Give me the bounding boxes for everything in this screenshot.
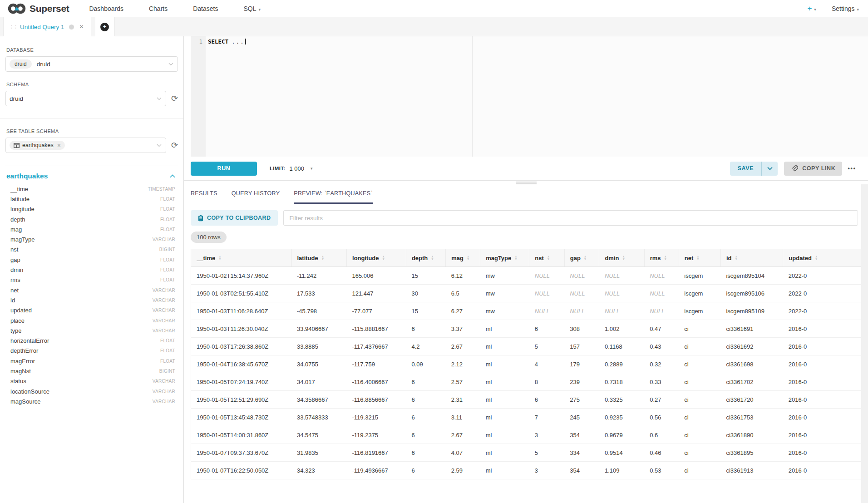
nav-dashboards[interactable]: Dashboards <box>89 5 123 12</box>
column-type: VARCHAR <box>153 288 175 293</box>
copy-to-clipboard-button[interactable]: COPY TO CLIPBOARD <box>191 210 278 226</box>
sort-icon[interactable]: ▲▼ <box>218 255 221 261</box>
cell: NULL <box>529 285 564 302</box>
table-panel-title[interactable]: earthquakes <box>6 172 48 180</box>
column-header-rms[interactable]: rms▲▼ <box>644 249 679 267</box>
sort-icon[interactable]: ▲▼ <box>514 255 517 261</box>
column-header-latitude[interactable]: latitude▲▼ <box>291 249 347 267</box>
sort-icon[interactable]: ▲▼ <box>431 255 434 261</box>
sort-icon[interactable]: ▲▼ <box>696 255 699 261</box>
cell: 0.33 <box>644 373 679 391</box>
refresh-tables-icon[interactable]: ⟳ <box>171 141 178 149</box>
new-item-button[interactable]: +▾ <box>807 4 816 13</box>
save-options-button[interactable] <box>761 162 778 176</box>
column-type: FLOAT <box>160 277 175 282</box>
vertical-scrollbar[interactable] <box>861 184 868 503</box>
sql-code-editor[interactable]: 1 SELECT... <box>191 36 868 157</box>
cell: 2022-0 <box>783 267 868 285</box>
sort-icon[interactable]: ▲▼ <box>664 255 667 261</box>
chevron-down-icon <box>157 97 162 100</box>
cell: ci3361692 <box>720 338 783 355</box>
schema-select[interactable]: druid <box>5 91 166 106</box>
cell: iscgem895106 <box>720 285 783 302</box>
more-options-button[interactable]: ••• <box>848 165 856 172</box>
column-type: VARCHAR <box>153 318 175 323</box>
cell: 2016-0 <box>783 444 868 462</box>
cell: 2016-0 <box>783 462 868 479</box>
nav-charts[interactable]: Charts <box>149 5 168 12</box>
settings-menu[interactable]: Settings▾ <box>832 5 859 12</box>
column-header-updated[interactable]: updated▲▼ <box>783 249 868 267</box>
cell: 0.9679 <box>599 426 644 444</box>
cell: ci <box>679 462 720 479</box>
table-select[interactable]: earthquakes ✕ <box>5 138 166 153</box>
column-header-depth[interactable]: depth▲▼ <box>406 249 445 267</box>
results-tab-0[interactable]: RESULTS <box>191 184 217 204</box>
cell: 2.67 <box>446 338 480 355</box>
sort-icon[interactable]: ▲▼ <box>584 255 587 261</box>
tab-untitled-query[interactable]: ⋮⋮ Untitled Query 1 ✕ <box>3 17 91 36</box>
column-type: VARCHAR <box>153 389 175 394</box>
column-header-gap[interactable]: gap▲▼ <box>564 249 599 267</box>
add-tab-button[interactable]: + <box>100 23 109 31</box>
table-grid-icon <box>14 143 20 148</box>
nav-sql[interactable]: SQL▾ <box>243 5 261 12</box>
sort-icon[interactable]: ▲▼ <box>321 255 324 261</box>
cell: 33.9406667 <box>291 320 347 338</box>
save-button[interactable]: SAVE <box>730 162 762 176</box>
column-header-net[interactable]: net▲▼ <box>679 249 720 267</box>
query-status-dot <box>69 25 74 30</box>
cell: 1950-01-03T02:51:55.410Z <box>191 285 292 302</box>
cell: 0.9514 <box>599 444 644 462</box>
column-type: VARCHAR <box>153 379 175 384</box>
filter-results-input[interactable] <box>283 210 858 226</box>
cell: NULL <box>564 267 599 285</box>
close-tab-icon[interactable]: ✕ <box>79 24 84 30</box>
column-header-id[interactable]: id▲▼ <box>720 249 783 267</box>
column-header-__time[interactable]: __time▲▼ <box>191 249 292 267</box>
column-header-mag[interactable]: mag▲▼ <box>446 249 480 267</box>
results-header-row: __time▲▼latitude▲▼longitude▲▼depth▲▼mag▲… <box>191 249 868 267</box>
run-button[interactable]: RUN <box>191 162 257 176</box>
collapse-panel-icon[interactable] <box>170 174 175 178</box>
refresh-schema-icon[interactable]: ⟳ <box>171 94 178 103</box>
sort-icon[interactable]: ▲▼ <box>547 255 550 261</box>
column-header-dmin[interactable]: dmin▲▼ <box>599 249 644 267</box>
cell: 3 <box>529 462 564 479</box>
pane-splitter[interactable] <box>184 180 868 184</box>
database-select[interactable]: druid druid <box>5 56 178 72</box>
cell: iscgem <box>679 302 720 320</box>
sort-icon[interactable]: ▲▼ <box>735 255 737 261</box>
header-label: dmin <box>605 255 619 261</box>
caret-down-icon: ▾ <box>814 7 816 12</box>
column-header-magType[interactable]: magType▲▼ <box>480 249 529 267</box>
limit-dropdown[interactable]: LIMIT: 1 000 ▾ <box>270 165 312 172</box>
sort-icon[interactable]: ▲▼ <box>622 255 625 261</box>
cell: 0.9235 <box>599 409 644 426</box>
schema-column-row: __timeTIMESTAMP <box>5 184 178 194</box>
copy-link-button[interactable]: COPY LINK <box>784 162 842 176</box>
editor-code-line[interactable]: SELECT... <box>206 36 246 157</box>
sort-icon[interactable]: ▲▼ <box>382 255 385 261</box>
cell: 34.017 <box>291 373 347 391</box>
schema-column-row: netVARCHAR <box>5 285 178 295</box>
column-type: FLOAT <box>160 267 175 272</box>
cell: iscgem <box>679 285 720 302</box>
cell: 239 <box>564 373 599 391</box>
column-header-longitude[interactable]: longitude▲▼ <box>347 249 406 267</box>
drag-handle-icon[interactable]: ⋮⋮ <box>9 24 17 30</box>
cell: NULL <box>599 285 644 302</box>
cell: 33.8885 <box>291 338 347 355</box>
results-tab-1[interactable]: QUERY HISTORY <box>232 184 280 204</box>
cell: NULL <box>564 302 599 320</box>
sort-icon[interactable]: ▲▼ <box>815 255 818 261</box>
cell: 165.006 <box>347 267 406 285</box>
cell: ml <box>480 444 529 462</box>
nav-datasets[interactable]: Datasets <box>193 5 218 12</box>
column-type: BIGINT <box>159 369 175 374</box>
sort-icon[interactable]: ▲▼ <box>467 255 469 261</box>
remove-table-icon[interactable]: ✕ <box>57 143 61 148</box>
superset-brand[interactable]: Superset <box>7 2 69 15</box>
results-tab-2[interactable]: PREVIEW: `EARTHQUAKES` <box>294 184 373 204</box>
column-header-nst[interactable]: nst▲▼ <box>529 249 564 267</box>
